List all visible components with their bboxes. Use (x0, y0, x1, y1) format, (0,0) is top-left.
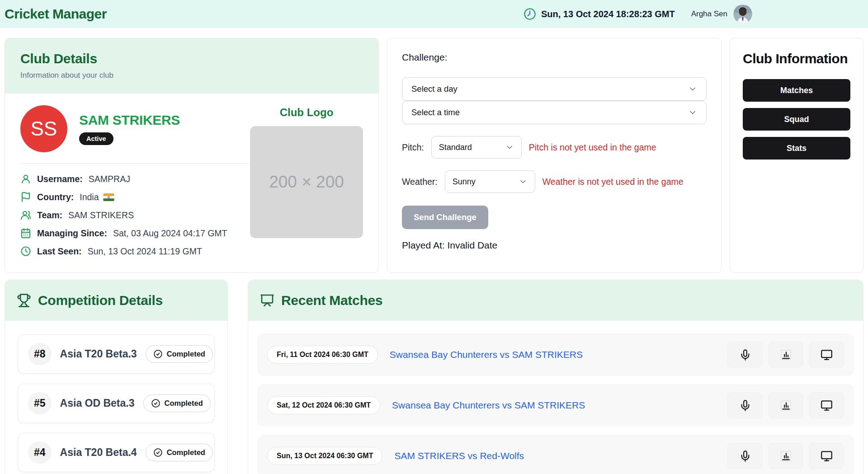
match-link[interactable]: SAM STRIKERS vs Red-Wolfs (394, 451, 524, 461)
competition-details-title: Competition Details (38, 293, 163, 308)
completed-badge-label: Completed (167, 448, 205, 457)
avatar[interactable] (733, 5, 752, 23)
mic-icon (739, 399, 751, 412)
header-datetime: Sun, 13 Oct 2024 18:28:23 GMT (524, 8, 675, 20)
mic-button[interactable] (727, 342, 763, 368)
check-circle-icon (153, 448, 163, 457)
app-header: Cricket Manager Sun, 13 Oct 2024 18:28:2… (0, 0, 868, 28)
completed-badge: Completed (146, 345, 213, 363)
field-value: Sun, 13 Oct 2024 11:19 GMT (88, 246, 206, 257)
chart-button[interactable] (768, 342, 803, 368)
challenge-card: Challenge: Select a day Select a time Pi… (387, 38, 722, 273)
competition-rank: #4 (28, 441, 52, 464)
user-icon (20, 174, 31, 184)
club-details-subtitle: Information about your club (20, 71, 363, 80)
app-title: Cricket Manager (5, 6, 107, 22)
time-select[interactable]: Select a time (402, 101, 707, 124)
matches-button[interactable]: Matches (743, 79, 850, 102)
chevron-down-icon (519, 177, 528, 186)
club-field: Country: India (20, 192, 250, 202)
header-user[interactable]: Argha Sen (691, 5, 752, 23)
club-logo-section: Club Logo 200 × 200 (250, 105, 363, 264)
stats-button[interactable]: Stats (743, 137, 850, 160)
pitch-select[interactable]: Standard (431, 136, 522, 159)
club-details-title: Club Details (20, 51, 363, 66)
club-information-card: Club Information Matches Squad Stats (730, 38, 863, 273)
chart-icon (780, 450, 792, 462)
field-value: India (80, 192, 114, 202)
field-label: Managing Since: (37, 228, 107, 239)
chart-icon (780, 399, 792, 412)
monitor-icon (821, 450, 833, 462)
chevron-down-icon (688, 84, 697, 94)
weather-select[interactable]: Sunny (445, 170, 535, 193)
chart-button[interactable] (768, 392, 803, 418)
weather-select-value: Sunny (453, 177, 476, 187)
competition-details-header: Competition Details (5, 280, 227, 321)
monitor-icon (821, 399, 833, 412)
match-date-pill: Fri, 11 Oct 2024 06:30 GMT (267, 346, 378, 364)
competition-list: #8 Asia T20 Beta.3 Completed #5 Asia OD … (5, 321, 227, 474)
recent-matches-list: Fri, 11 Oct 2024 06:30 GMT Swansea Bay C… (248, 321, 863, 474)
field-value: Sat, 03 Aug 2024 04:17 GMT (113, 228, 231, 239)
match-link[interactable]: Swansea Bay Chunterers vs SAM STRIKERS (392, 400, 585, 411)
datetime-text: Sun, 13 Oct 2024 18:28:23 GMT (541, 9, 675, 19)
field-value: SAMPRAJ (89, 174, 134, 184)
field-value: SAM STRIKERS (68, 210, 138, 221)
club-profile: SS SAM STRIKERS Active (20, 105, 250, 152)
competition-name: Asia OD Beta.3 (60, 397, 135, 409)
pitch-select-value: Standard (439, 143, 472, 152)
field-label: Team: (37, 210, 62, 221)
field-label: Country: (37, 192, 74, 202)
competition-name: Asia T20 Beta.3 (60, 348, 137, 360)
monitor-button[interactable] (809, 443, 844, 469)
user-name: Argha Sen (691, 9, 727, 19)
club-information-title: Club Information (743, 51, 850, 66)
pitch-label: Pitch: (402, 142, 424, 153)
recent-matches-title: Recent Matches (281, 293, 382, 308)
completed-badge: Completed (146, 444, 213, 461)
main-content: Club Details Information about your club… (0, 28, 868, 474)
competition-rank: #5 (28, 392, 52, 414)
monitor-button[interactable] (809, 392, 844, 418)
competition-item[interactable]: #8 Asia T20 Beta.3 Completed (18, 334, 215, 374)
competition-item[interactable]: #4 Asia T20 Beta.4 Completed (18, 433, 215, 472)
match-actions (727, 392, 844, 418)
club-logo-title: Club Logo (280, 106, 334, 119)
squad-button[interactable]: Squad (743, 108, 850, 131)
clock-icon (524, 8, 536, 20)
club-details-body: SS SAM STRIKERS Active (5, 94, 378, 273)
completed-badge: Completed (143, 394, 211, 412)
mic-button[interactable] (727, 443, 763, 469)
recent-matches-card: Recent Matches Fri, 11 Oct 2024 06:30 GM… (248, 280, 863, 474)
competition-name: Asia T20 Beta.4 (60, 446, 137, 459)
day-select-value: Select a day (411, 84, 458, 94)
field-label: Last Seen: (37, 246, 82, 257)
presentation-screen-icon (260, 293, 274, 308)
trophy-icon (17, 293, 31, 308)
club-details-header: Club Details Information about your club (5, 38, 378, 94)
time-select-value: Select a time (411, 108, 460, 117)
club-field: Team: SAM STRIKERS (20, 210, 250, 221)
send-challenge-button[interactable]: Send Challenge (402, 206, 488, 229)
monitor-button[interactable] (809, 342, 844, 368)
completed-badge-label: Completed (165, 399, 203, 408)
check-circle-icon (153, 349, 163, 359)
competition-item[interactable]: #5 Asia OD Beta.3 Completed (18, 384, 215, 423)
users-icon (20, 210, 31, 221)
match-date-pill: Sun, 13 Oct 2024 06:30 GMT (267, 447, 382, 465)
status-badge: Active (79, 132, 113, 145)
mic-icon (739, 349, 751, 361)
flag-icon (20, 192, 31, 202)
club-avatar: SS (20, 105, 67, 152)
match-row: Sun, 13 Oct 2024 06:30 GMT SAM STRIKERS … (257, 435, 854, 474)
chevron-down-icon (688, 108, 697, 117)
pitch-warning: Pitch is not yet used in the game (529, 142, 656, 153)
match-link[interactable]: Swansea Bay Chunterers vs SAM STRIKERS (390, 349, 583, 360)
mic-button[interactable] (727, 392, 763, 418)
competition-details-card: Competition Details #8 Asia T20 Beta.3 C… (5, 280, 228, 474)
match-row: Fri, 11 Oct 2024 06:30 GMT Swansea Bay C… (257, 333, 854, 376)
chart-icon (780, 349, 792, 361)
chart-button[interactable] (768, 443, 803, 469)
day-select[interactable]: Select a day (402, 77, 707, 101)
